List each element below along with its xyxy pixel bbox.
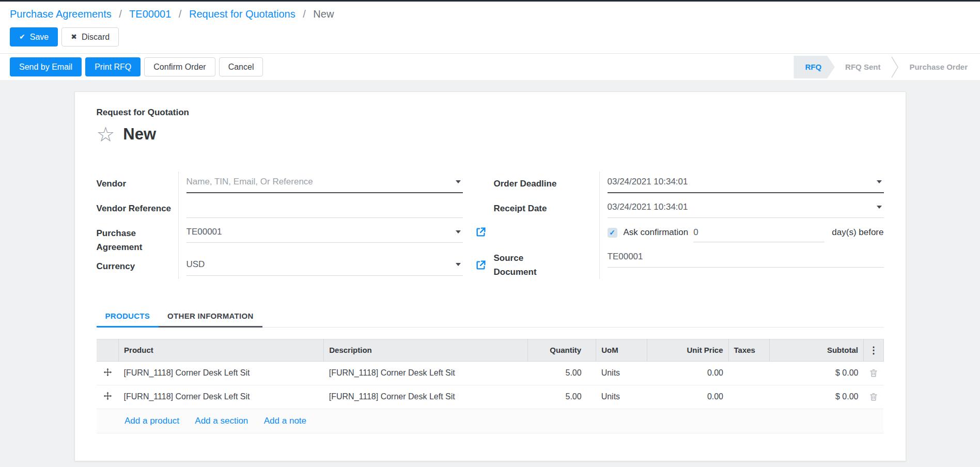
table-row[interactable]: [FURN_1118] Corner Desk Left Sit [FURN_1… xyxy=(97,361,883,385)
save-button[interactable]: ✔ Save xyxy=(10,27,58,46)
ask-confirmation-field: ✓ Ask confirmation day(s) before xyxy=(599,221,884,246)
cell-product[interactable]: [FURN_1118] Corner Desk Left Sit xyxy=(119,361,324,385)
receipt-date-input[interactable] xyxy=(608,202,873,212)
breadcrumb: Purchase Agreements / TE00001 / Request … xyxy=(10,8,970,20)
cell-subtotal: $ 0.00 xyxy=(769,385,863,409)
chevron-down-icon[interactable] xyxy=(877,206,882,209)
favorite-star-icon[interactable]: ☆ xyxy=(97,124,115,145)
column-unit-price[interactable]: Unit Price xyxy=(647,339,728,361)
chevron-down-icon[interactable] xyxy=(456,263,461,266)
record-controls: ✔ Save ✖ Discard xyxy=(0,22,980,53)
breadcrumb-separator: / xyxy=(179,8,182,20)
optional-columns-header: ⋮ xyxy=(863,339,883,361)
ask-confirmation-label: Ask confirmation xyxy=(624,227,689,238)
stage-purchase-order[interactable]: Purchase Order xyxy=(899,63,978,71)
purchase-agreement-external-link-icon[interactable] xyxy=(463,221,487,243)
cell-unit-price[interactable]: 0.00 xyxy=(647,385,728,409)
delete-row-trash-icon[interactable] xyxy=(868,368,878,378)
discard-button-label: Discard xyxy=(82,32,110,42)
table-row[interactable]: [FURN_1118] Corner Desk Left Sit [FURN_1… xyxy=(97,385,883,409)
column-quantity[interactable]: Quantity xyxy=(528,339,596,361)
document-type-label: Request for Quotation xyxy=(97,107,884,118)
source-document-input[interactable] xyxy=(608,252,884,262)
ask-confirmation-days-input[interactable] xyxy=(693,227,825,238)
cell-description[interactable]: [FURN_1118] Corner Desk Left Sit xyxy=(324,361,528,385)
stage-separator-chevron-icon xyxy=(891,56,899,79)
cell-uom[interactable]: Units xyxy=(596,385,647,409)
action-bar: Send by Email Print RFQ Confirm Order Ca… xyxy=(0,53,980,80)
column-product[interactable]: Product xyxy=(119,339,324,361)
drag-handle-icon[interactable] xyxy=(97,385,119,409)
action-buttons: Send by Email Print RFQ Confirm Order Ca… xyxy=(10,57,263,76)
currency-field xyxy=(178,254,487,279)
notebook-tabs: PRODUCTS OTHER INFORMATION xyxy=(97,305,884,328)
form-right-column: Order Deadline Receipt Date xyxy=(494,172,884,279)
chevron-down-icon[interactable] xyxy=(877,180,882,183)
cancel-button[interactable]: Cancel xyxy=(219,57,263,76)
status-bar: RFQ RFQ Sent Purchase Order xyxy=(794,56,978,79)
cell-product[interactable]: [FURN_1118] Corner Desk Left Sit xyxy=(119,385,324,409)
receipt-date-label: Receipt Date xyxy=(494,196,599,221)
column-taxes[interactable]: Taxes xyxy=(728,339,769,361)
breadcrumb-current: New xyxy=(313,8,334,20)
column-subtotal[interactable]: Subtotal xyxy=(769,339,863,361)
breadcrumb-te00001[interactable]: TE00001 xyxy=(129,8,171,20)
cell-quantity[interactable]: 5.00 xyxy=(528,385,596,409)
cell-taxes[interactable] xyxy=(728,385,769,409)
vendor-reference-input[interactable] xyxy=(186,202,463,212)
currency-input[interactable] xyxy=(186,259,452,270)
confirm-order-button[interactable]: Confirm Order xyxy=(144,57,215,76)
drag-handle-icon[interactable] xyxy=(97,361,119,385)
chevron-down-icon[interactable] xyxy=(456,230,461,234)
ask-confirmation-checkbox[interactable]: ✓ xyxy=(608,228,617,238)
vendor-reference-field xyxy=(178,196,487,221)
breadcrumb-purchase-agreements[interactable]: Purchase Agreements xyxy=(10,8,112,20)
title-row: ☆ New xyxy=(97,124,884,145)
cell-uom[interactable]: Units xyxy=(596,361,647,385)
stage-rfq[interactable]: RFQ xyxy=(794,56,835,79)
currency-external-link-icon[interactable] xyxy=(463,254,487,276)
delete-row-trash-icon[interactable] xyxy=(868,392,878,401)
ask-confirmation-label-spacer xyxy=(494,221,599,246)
order-deadline-input[interactable] xyxy=(608,177,873,187)
breadcrumb-bar: Purchase Agreements / TE00001 / Request … xyxy=(0,2,980,22)
purchase-agreement-label: Purchase Agreement xyxy=(97,221,178,254)
breadcrumb-request-for-quotations[interactable]: Request for Quotations xyxy=(189,8,295,20)
send-by-email-button[interactable]: Send by Email xyxy=(10,57,82,76)
print-rfq-button[interactable]: Print RFQ xyxy=(85,57,141,76)
vendor-input[interactable] xyxy=(186,177,452,187)
column-description[interactable]: Description xyxy=(324,339,528,361)
order-deadline-label: Order Deadline xyxy=(494,172,599,196)
order-deadline-field xyxy=(599,172,884,196)
x-icon: ✖ xyxy=(71,33,77,41)
stage-rfq-sent[interactable]: RFQ Sent xyxy=(835,63,891,71)
column-uom[interactable]: UoM xyxy=(596,339,647,361)
form-fields: Vendor Vendor Reference xyxy=(97,172,884,279)
cell-description[interactable]: [FURN_1118] Corner Desk Left Sit xyxy=(324,385,528,409)
source-document-label: Source Document xyxy=(494,246,599,279)
table-footer-row: Add a product Add a section Add a note xyxy=(97,409,883,433)
tab-products[interactable]: PRODUCTS xyxy=(97,305,159,328)
currency-label: Currency xyxy=(97,254,178,279)
vendor-reference-label: Vendor Reference xyxy=(97,196,178,221)
ext-slot xyxy=(463,172,487,193)
cell-subtotal: $ 0.00 xyxy=(769,361,863,385)
purchase-agreement-input[interactable] xyxy=(186,227,452,237)
cell-quantity[interactable]: 5.00 xyxy=(528,361,596,385)
add-a-section-link[interactable]: Add a section xyxy=(195,416,248,426)
chevron-down-icon[interactable] xyxy=(456,180,461,183)
add-a-note-link[interactable]: Add a note xyxy=(264,416,306,426)
discard-button[interactable]: ✖ Discard xyxy=(61,27,119,46)
cell-taxes[interactable] xyxy=(728,361,769,385)
optional-columns-kebab-icon[interactable]: ⋮ xyxy=(869,345,878,356)
save-button-label: Save xyxy=(30,32,49,42)
form-left-column: Vendor Vendor Reference xyxy=(97,172,487,279)
tab-other-information[interactable]: OTHER INFORMATION xyxy=(159,305,262,328)
check-icon: ✔ xyxy=(19,33,25,41)
cell-unit-price[interactable]: 0.00 xyxy=(647,361,728,385)
vendor-field xyxy=(178,172,487,196)
form-sheet: Request for Quotation ☆ New Vendor xyxy=(74,91,906,461)
handle-column-header xyxy=(97,339,119,361)
add-a-product-link[interactable]: Add a product xyxy=(125,416,179,426)
breadcrumb-separator: / xyxy=(119,8,122,20)
